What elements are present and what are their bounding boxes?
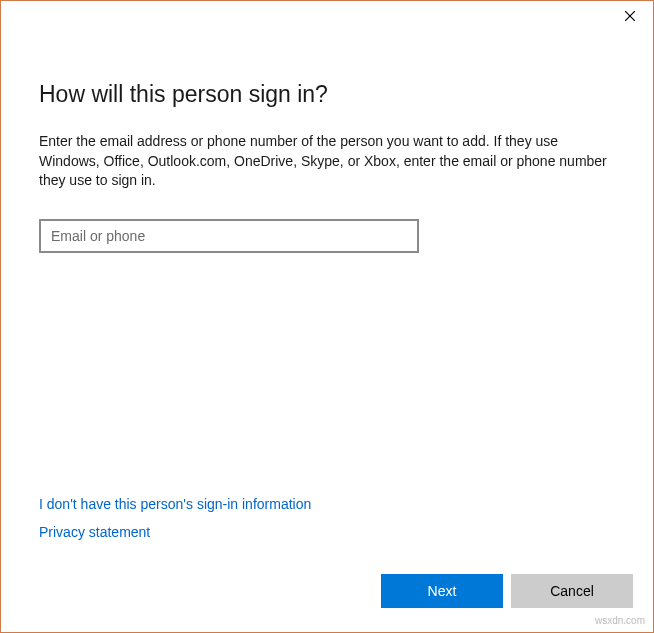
links-section: I don't have this person's sign-in infor… xyxy=(1,496,653,568)
close-icon xyxy=(625,11,635,21)
dialog-content: How will this person sign in? Enter the … xyxy=(1,33,653,496)
email-or-phone-input[interactable] xyxy=(39,219,419,253)
dialog-description: Enter the email address or phone number … xyxy=(39,132,615,191)
dialog-footer: Next Cancel xyxy=(1,568,653,632)
close-button[interactable] xyxy=(607,1,653,31)
next-button[interactable]: Next xyxy=(381,574,503,608)
privacy-statement-link[interactable]: Privacy statement xyxy=(39,524,615,540)
dialog-heading: How will this person sign in? xyxy=(39,81,615,108)
no-signin-info-link[interactable]: I don't have this person's sign-in infor… xyxy=(39,496,615,512)
cancel-button[interactable]: Cancel xyxy=(511,574,633,608)
titlebar xyxy=(1,1,653,33)
spacer xyxy=(39,253,615,496)
add-user-dialog: How will this person sign in? Enter the … xyxy=(0,0,654,633)
